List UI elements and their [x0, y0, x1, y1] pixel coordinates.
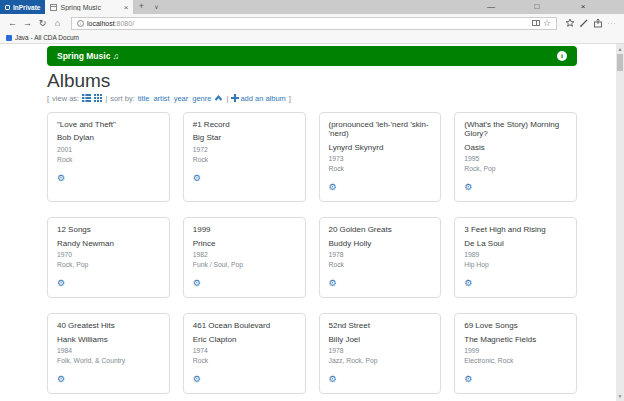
- scroll-up-icon[interactable]: ▲: [616, 44, 624, 54]
- bookmark-item[interactable]: Java - All CDA Docum: [15, 34, 79, 41]
- app-brand[interactable]: Spring Music♫: [57, 51, 119, 61]
- album-artist: The Magnetic Fields: [464, 335, 567, 345]
- album-year: 1970: [57, 251, 160, 259]
- inprivate-icon: [5, 5, 10, 10]
- album-title: 52nd Street: [329, 321, 432, 331]
- album-settings-gear-icon[interactable]: ⚙: [57, 174, 65, 183]
- tab-favicon-icon: [50, 4, 57, 11]
- album-settings-gear-icon[interactable]: ⚙: [193, 279, 201, 288]
- list-controls: [ view as: | sort by: titleartistyeargen…: [47, 94, 577, 103]
- album-genre: Rock: [329, 165, 432, 173]
- tabbar-spacer: [163, 0, 468, 14]
- minimize-button[interactable]: —: [468, 0, 514, 14]
- album-year: 1982: [193, 251, 296, 259]
- sort-direction-up-icon[interactable]: [214, 94, 223, 102]
- site-info-icon[interactable]: i: [77, 20, 84, 27]
- inprivate-label: InPrivate: [13, 4, 40, 11]
- album-settings-gear-icon[interactable]: ⚙: [57, 279, 65, 288]
- tab-preview-chevron-icon[interactable]: ∨: [149, 0, 163, 14]
- forward-icon[interactable]: →: [20, 18, 35, 28]
- inprivate-badge: InPrivate: [0, 0, 45, 14]
- maximize-button[interactable]: □: [514, 0, 560, 14]
- album-title: 1999: [193, 225, 296, 235]
- add-album-link[interactable]: add an album: [231, 94, 285, 103]
- album-title: (pronounced 'leh-'nerd 'skin-'nerd): [329, 120, 432, 139]
- favorite-star-icon[interactable]: ☆: [543, 19, 551, 28]
- more-menu-icon[interactable]: ···: [605, 20, 619, 26]
- album-title: 20 Golden Greats: [329, 225, 432, 235]
- album-genre: Rock: [329, 261, 432, 269]
- album-artist: Oasis: [464, 143, 567, 153]
- tab-title: Spring Music: [60, 4, 120, 11]
- album-title: 69 Love Songs: [464, 321, 567, 331]
- music-note-icon: ♫: [112, 51, 118, 61]
- bookmarks-bar: Java - All CDA Docum: [0, 32, 624, 44]
- home-icon[interactable]: ⌂: [50, 18, 65, 28]
- sort-link-title[interactable]: title: [138, 94, 150, 103]
- plus-icon: [231, 94, 239, 102]
- album-artist: De La Soul: [464, 239, 567, 249]
- page-viewport: Spring Music♫ i Albums [ view as:: [0, 44, 624, 401]
- view-list-icon[interactable]: [82, 94, 91, 102]
- album-settings-gear-icon[interactable]: ⚙: [193, 375, 201, 384]
- reading-view-icon[interactable]: [532, 20, 540, 26]
- album-settings-gear-icon[interactable]: ⚙: [464, 279, 472, 288]
- share-icon[interactable]: [591, 18, 605, 28]
- url-input[interactable]: i localhost:8080/ ☆: [71, 17, 557, 30]
- album-genre: Rock: [193, 357, 296, 365]
- album-title: 12 Songs: [57, 225, 160, 235]
- sort-link-artist[interactable]: artist: [153, 94, 169, 103]
- album-settings-gear-icon[interactable]: ⚙: [329, 183, 337, 192]
- album-artist: Bob Dylan: [57, 133, 160, 143]
- bracket-close: ]: [289, 94, 291, 103]
- album-settings-gear-icon[interactable]: ⚙: [329, 279, 337, 288]
- tab-close-icon[interactable]: ×: [124, 3, 129, 12]
- app-navbar: Spring Music♫ i: [47, 46, 577, 66]
- scrollbar-thumb[interactable]: [617, 54, 623, 71]
- album-title: 40 Greatest Hits: [57, 321, 160, 331]
- album-artist: Billy Joel: [329, 335, 432, 345]
- page-title: Albums: [47, 71, 577, 91]
- album-year: 1978: [329, 347, 432, 355]
- album-year: 1974: [193, 347, 296, 355]
- album-card: 461 Ocean Boulevard Eric Clapton 1974 Ro…: [183, 313, 306, 394]
- album-genre: Folk, World, & Country: [57, 357, 160, 365]
- info-icon[interactable]: i: [557, 51, 567, 61]
- album-year: 1995: [464, 155, 567, 163]
- album-year: 2001: [57, 146, 160, 154]
- url-text: localhost:8080/: [87, 20, 134, 27]
- album-settings-gear-icon[interactable]: ⚙: [329, 375, 337, 384]
- album-genre: Rock: [57, 156, 160, 164]
- album-card: 1999 Prince 1982 Funk / Soul, Pop ⚙: [183, 217, 306, 298]
- album-settings-gear-icon[interactable]: ⚙: [193, 174, 201, 183]
- close-button[interactable]: ×: [560, 0, 606, 14]
- page-scrollbar[interactable]: ▲ ▼: [616, 44, 624, 401]
- sort-links: titleartistyeargenre: [138, 94, 212, 103]
- album-artist: Buddy Holly: [329, 239, 432, 249]
- window-controls: — □ ×: [468, 0, 606, 14]
- browser-tab-spring-music[interactable]: Spring Music ×: [45, 0, 133, 14]
- refresh-icon[interactable]: ↻: [35, 18, 50, 28]
- browser-tab-bar: InPrivate Spring Music × + ∨ — □ ×: [0, 0, 624, 14]
- album-title: "Love and Theft": [57, 120, 160, 130]
- album-card: 52nd Street Billy Joel 1978 Jazz, Rock, …: [319, 313, 442, 394]
- content-container: Spring Music♫ i Albums [ view as:: [47, 46, 577, 401]
- album-card: 20 Golden Greats Buddy Holly 1978 Rock ⚙: [319, 217, 442, 298]
- album-settings-gear-icon[interactable]: ⚙: [464, 375, 472, 384]
- sort-link-genre[interactable]: genre: [192, 94, 211, 103]
- album-settings-gear-icon[interactable]: ⚙: [464, 183, 472, 192]
- bookmark-favicon-icon: [6, 35, 12, 41]
- back-icon[interactable]: ←: [5, 18, 20, 28]
- album-artist: Randy Newman: [57, 239, 160, 249]
- web-note-pen-icon[interactable]: [577, 18, 591, 28]
- sort-by-label: sort by:: [110, 94, 135, 103]
- view-grid-icon[interactable]: [94, 94, 102, 102]
- hub-favorites-icon[interactable]: [563, 18, 577, 28]
- scroll-down-icon[interactable]: ▼: [616, 391, 624, 401]
- album-settings-gear-icon[interactable]: ⚙: [57, 375, 65, 384]
- sort-link-year[interactable]: year: [174, 94, 189, 103]
- new-tab-button[interactable]: +: [133, 0, 149, 14]
- album-artist: Eric Clapton: [193, 335, 296, 345]
- album-title: 3 Feet High and Rising: [464, 225, 567, 235]
- album-card: 12 Songs Randy Newman 1970 Rock, Pop ⚙: [47, 217, 170, 298]
